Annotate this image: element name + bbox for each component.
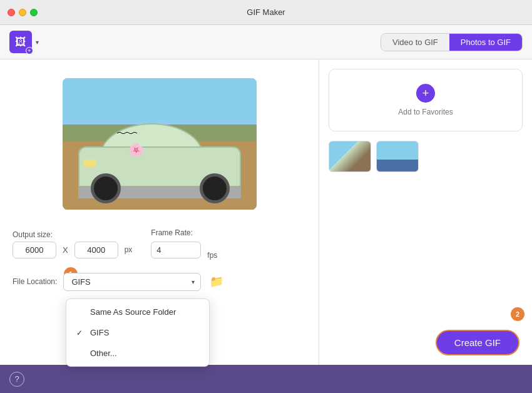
output-size-label: Output size: [13, 230, 56, 239]
check-icon-gifs: ✓ [76, 329, 85, 337]
thumbnails-row [329, 141, 523, 172]
dropdown-label-other: Other... [90, 349, 117, 358]
tab-video-to-gif[interactable]: Video to GIF [381, 34, 449, 51]
help-button[interactable]: ? [9, 372, 24, 387]
height-spacer [74, 230, 118, 239]
settings-row: Output size: X px Frame Rate: 4 8 15 [13, 228, 306, 260]
beetle-container: 🌸 〰 [78, 123, 241, 198]
sky-bg [63, 78, 257, 128]
headlight [83, 160, 96, 167]
wheel-left [91, 173, 121, 203]
titlebar: GIF Maker [0, 0, 532, 25]
width-input[interactable] [13, 242, 56, 258]
output-size-group: Output size: [13, 230, 56, 258]
browse-folder-button[interactable]: 📁 [207, 272, 226, 291]
file-location-label: File Location: [13, 277, 57, 286]
height-group [74, 230, 118, 258]
tab-photos-to-gif[interactable]: Photos to GIF [449, 34, 522, 51]
fullscreen-button[interactable] [30, 9, 38, 16]
eyelash-decoration: 〰 [117, 128, 137, 140]
traffic-lights [8, 9, 38, 16]
left-panel: 🌸 〰 Output size: X px Frame Rate: [0, 59, 319, 393]
file-location-row: 1 File Location: Same As Source Folder G… [13, 272, 306, 291]
file-location-select-wrapper: Same As Source Folder GIFS Other... ▾ [63, 273, 201, 291]
file-location-dropdown[interactable]: Same As Source Folder ✓ GIFS Other... [66, 299, 210, 367]
folder-icon: 📁 [210, 275, 223, 288]
plus-icon: + [422, 88, 429, 99]
dropdown-item-other[interactable]: Other... [66, 343, 209, 364]
close-button[interactable] [8, 9, 15, 16]
add-media-icon: 🖼 [15, 36, 26, 49]
favorites-label: Add to Favorites [398, 108, 453, 116]
px-label: px [125, 245, 133, 254]
framerate-label: Frame Rate: [151, 228, 217, 237]
plus-icon: + [26, 47, 33, 54]
image-preview: 🌸 〰 [63, 78, 257, 210]
tab-group: Video to GIF Photos to GIF [381, 33, 523, 51]
window-title: GIF Maker [247, 8, 285, 17]
bottom-bar: ? [0, 365, 532, 393]
framerate-group: Frame Rate: 4 8 15 24 fps [151, 228, 217, 260]
dropdown-item-gifs[interactable]: ✓ GIFS [66, 322, 209, 343]
x-separator: X [63, 245, 68, 255]
fps-label: fps [207, 251, 217, 260]
create-gif-button[interactable]: Create GIF [436, 330, 519, 355]
toolbar-dropdown-arrow[interactable]: ▾ [36, 39, 39, 46]
thumbnail-2[interactable] [376, 141, 419, 172]
file-location-select[interactable]: Same As Source Folder GIFS Other... [63, 273, 201, 291]
add-favorites-button[interactable]: + [416, 84, 435, 103]
thumbnail-1[interactable] [329, 141, 371, 172]
height-input[interactable] [74, 242, 118, 258]
framerate-select-wrapper: 4 8 15 24 [151, 242, 201, 258]
toolbar: 🖼 + ▾ Video to GIF Photos to GIF [0, 25, 532, 59]
framerate-select[interactable]: 4 8 15 24 [151, 242, 201, 258]
car-image: 🌸 〰 [63, 78, 257, 210]
flower-decoration: 🌸 [128, 142, 144, 157]
dropdown-label-same: Same As Source Folder [90, 307, 176, 317]
step-2-badge: 2 [511, 307, 524, 321]
minimize-button[interactable] [19, 9, 26, 16]
framerate-row: 4 8 15 24 fps [151, 240, 217, 260]
app-icon[interactable]: 🖼 + [9, 31, 32, 53]
dropdown-item-same-as-source[interactable]: Same As Source Folder [66, 302, 209, 322]
dropdown-label-gifs: GIFS [90, 328, 109, 337]
question-icon: ? [14, 374, 19, 384]
wheel-right [200, 173, 230, 203]
favorites-box: + Add to Favorites [329, 69, 523, 131]
